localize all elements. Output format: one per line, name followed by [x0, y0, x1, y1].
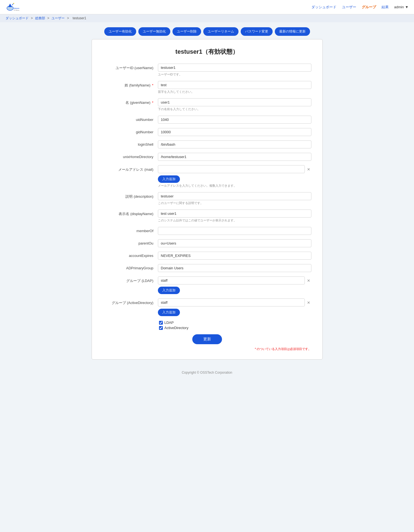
ad-primary-group-field: [158, 264, 311, 272]
display-name-field: このシステム以外ではこの値でユーザーが表示されます。: [158, 210, 311, 222]
svg-marker-1: [8, 4, 12, 7]
gid-number-row: gidNumber: [103, 128, 311, 136]
login-shell-field: [158, 140, 311, 148]
mail-clear-button[interactable]: ✕: [306, 167, 311, 172]
submit-button[interactable]: 更新: [192, 334, 222, 344]
family-name-label: 姓 (familyName) *: [103, 81, 158, 88]
ad-group-clear-button[interactable]: ✕: [306, 300, 311, 305]
account-expires-field: [158, 252, 311, 260]
given-name-input[interactable]: [158, 98, 311, 106]
account-expires-label: accountExpires: [103, 252, 158, 258]
change-password-button[interactable]: パスワード変更: [241, 27, 273, 36]
ad-checkbox-label[interactable]: ActiveDirectory: [164, 326, 188, 330]
disable-button[interactable]: ユーザー無効化: [138, 27, 170, 36]
nav-menu: ダッシュボード ユーザー グループ 結果 admin ▼: [311, 5, 408, 10]
description-field: このユーザーに関する説明です。: [158, 192, 311, 205]
member-of-label: memberOf: [103, 227, 158, 233]
ad-group-add-button[interactable]: 入力追加: [158, 309, 180, 316]
member-of-row: memberOf: [103, 227, 311, 235]
checkbox-section: LDAP ActiveDirectory: [158, 321, 311, 330]
svg-text:ID Manager: ID Manager: [14, 9, 19, 11]
footer: Copyright © OSSTech Corporation: [0, 365, 414, 383]
ldap-group-row: グループ (LDAP) ✕ 入力追加: [103, 276, 311, 294]
family-name-input[interactable]: [158, 81, 311, 89]
action-bar: ユーザー有効化 ユーザー無効化 ユーザー削除 ユーザーリネーム パスワード変更 …: [0, 22, 414, 39]
gid-number-label: gidNumber: [103, 128, 158, 134]
ad-primary-group-label: ADPrimaryGroup: [103, 264, 158, 270]
header: Unicorn ID Manager ダッシュボード ユーザー グループ 結果 …: [0, 0, 414, 14]
nav-dashboard[interactable]: ダッシュボード: [311, 5, 336, 10]
ad-primary-group-row: ADPrimaryGroup: [103, 264, 311, 272]
description-row: 説明 (description) このユーザーに関する説明です。: [103, 192, 311, 205]
page-title: testuser1（有効状態）: [103, 48, 311, 56]
breadcrumb: ダッシュボード > 総務部 > ユーザー > testuser1: [0, 14, 414, 22]
ad-primary-group-input[interactable]: [158, 264, 311, 272]
username-hint: ユーザーIDです。: [158, 72, 311, 77]
ad-group-input-wrapper: ✕: [158, 298, 311, 306]
ldap-group-input[interactable]: [158, 276, 305, 284]
ldap-group-clear-button[interactable]: ✕: [306, 278, 311, 283]
display-name-input[interactable]: [158, 210, 311, 218]
username-field: ユーザーIDです。: [158, 64, 311, 77]
gid-number-input[interactable]: [158, 128, 311, 136]
ad-group-field: ✕ 入力追加: [158, 298, 311, 316]
account-expires-input[interactable]: [158, 252, 311, 260]
username-label: ユーザーID (userName): [103, 64, 158, 70]
display-name-row: 表示名 (displayName) このシステム以外ではこの値でユーザーが表示さ…: [103, 210, 311, 222]
svg-point-3: [13, 3, 14, 4]
display-name-label: 表示名 (displayName): [103, 210, 158, 216]
home-dir-input[interactable]: [158, 153, 311, 161]
parent-ou-label: parentOu: [103, 239, 158, 245]
ldap-group-label: グループ (LDAP): [103, 276, 158, 283]
mail-input-wrapper: ✕: [158, 165, 311, 173]
mail-add-button[interactable]: 入力追加: [158, 175, 180, 183]
mail-label: メールアドレス (mail): [103, 165, 158, 172]
home-dir-row: unixHomeDirectory: [103, 153, 311, 161]
ldap-group-input-wrapper: ✕: [158, 276, 311, 284]
member-of-input[interactable]: [158, 227, 311, 235]
required-note: * のついている入力項目は必須項目です。: [103, 347, 311, 351]
breadcrumb-dept[interactable]: 総務部: [35, 16, 45, 20]
username-input[interactable]: [158, 64, 311, 72]
ad-group-input[interactable]: [158, 298, 305, 306]
nav-admin[interactable]: admin ▼: [394, 5, 408, 9]
logo: Unicorn ID Manager: [6, 2, 20, 12]
given-name-row: 名 (givenName) * 下の名前を入力してください。: [103, 98, 311, 111]
ldap-checkbox-label[interactable]: LDAP: [164, 321, 174, 325]
delete-button[interactable]: ユーザー削除: [172, 27, 201, 36]
copyright-text: Copyright © OSSTech Corporation: [182, 371, 232, 374]
parent-ou-field: [158, 239, 311, 247]
parent-ou-input[interactable]: [158, 239, 311, 247]
uid-number-row: uidNumber: [103, 116, 311, 124]
ad-group-row: グループ (ActiveDirectory) ✕ 入力追加: [103, 298, 311, 316]
account-expires-row: accountExpires: [103, 252, 311, 260]
breadcrumb-users[interactable]: ユーザー: [51, 16, 65, 20]
submit-area: 更新: [103, 334, 311, 344]
rename-button[interactable]: ユーザーリネーム: [203, 27, 238, 36]
login-shell-label: loginShell: [103, 140, 158, 146]
nav-results[interactable]: 結果: [382, 5, 389, 10]
refresh-button[interactable]: 最新の情報に更新: [275, 27, 310, 36]
uid-number-input[interactable]: [158, 116, 311, 124]
nav-groups[interactable]: グループ: [362, 5, 376, 10]
ldap-checkbox[interactable]: [159, 321, 163, 325]
username-row: ユーザーID (userName) ユーザーIDです。: [103, 64, 311, 77]
login-shell-input[interactable]: [158, 140, 311, 148]
nav-users[interactable]: ユーザー: [342, 5, 356, 10]
enable-button[interactable]: ユーザー有効化: [104, 27, 136, 36]
family-name-hint: 苗字を入力してください。: [158, 90, 311, 94]
uid-number-label: uidNumber: [103, 116, 158, 122]
breadcrumb-current: testuser1: [73, 16, 86, 20]
mail-field: ✕ 入力追加 メールアドレスを入力してください。複数入力できます。: [158, 165, 311, 188]
mail-input[interactable]: [158, 165, 305, 173]
description-input[interactable]: [158, 192, 311, 200]
family-name-field: 苗字を入力してください。: [158, 81, 311, 94]
member-of-field: [158, 227, 311, 235]
form-card: testuser1（有効状態） ユーザーID (userName) ユーザーID…: [92, 39, 323, 360]
breadcrumb-dashboard[interactable]: ダッシュボード: [6, 16, 29, 20]
ldap-group-add-button[interactable]: 入力追加: [158, 287, 180, 294]
gid-number-field: [158, 128, 311, 136]
ad-checkbox[interactable]: [159, 326, 163, 330]
given-name-label: 名 (givenName) *: [103, 98, 158, 105]
home-dir-field: [158, 153, 311, 161]
